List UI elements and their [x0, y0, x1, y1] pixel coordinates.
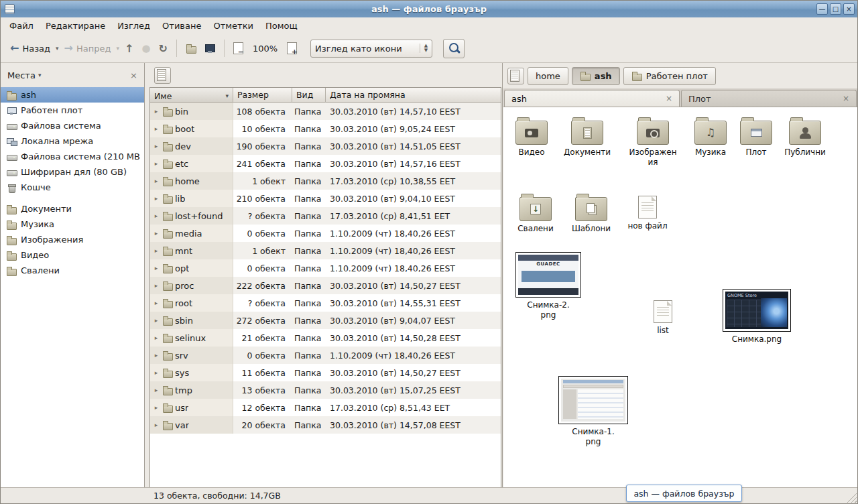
table-row[interactable]: ▸ media 0 обекта Папка 1.10.2009 (чт) 18…: [150, 225, 501, 242]
home-button[interactable]: [182, 40, 200, 56]
up-button[interactable]: ↑: [121, 40, 137, 58]
tab-desktop[interactable]: Плот ×: [681, 90, 857, 107]
sidebar-item[interactable]: ash: [1, 87, 144, 103]
folder-desktop[interactable]: Плот: [728, 117, 784, 158]
menu-edit[interactable]: Редактиране: [40, 19, 111, 33]
file-photo2[interactable]: GUADEC Снимка-2. png: [511, 252, 585, 320]
path-root-button[interactable]: [507, 68, 524, 84]
back-button[interactable]: ← Назад: [6, 40, 54, 57]
expander-icon[interactable]: ▸: [152, 317, 160, 324]
zoom-in-button[interactable]: +: [283, 40, 301, 57]
sidebar-item[interactable]: Музика: [1, 216, 144, 232]
menu-bookmarks[interactable]: Отметки: [207, 19, 259, 33]
column-header-size[interactable]: Размер: [233, 88, 292, 103]
location-toggle-button[interactable]: [154, 67, 171, 84]
expander-icon[interactable]: ▸: [152, 125, 160, 132]
stop-button[interactable]: ●: [137, 40, 154, 57]
menu-help[interactable]: Помощ: [259, 19, 304, 33]
expander-icon[interactable]: ▸: [152, 195, 160, 202]
expander-icon[interactable]: ▸: [152, 178, 160, 184]
file-photo[interactable]: GNOME Store Снимка.png: [720, 289, 794, 344]
file-photo1[interactable]: Снимка-1. png: [556, 376, 630, 447]
folder-templates[interactable]: Шаблони: [563, 193, 619, 234]
computer-button[interactable]: [200, 40, 219, 56]
table-row[interactable]: ▸ mnt 1 обект Папка 1.10.2009 (чт) 18,40…: [150, 242, 501, 259]
folder-video[interactable]: Видео: [503, 117, 560, 158]
window-list-tooltip[interactable]: ash — файлов браузър: [626, 485, 742, 502]
folder-downloads[interactable]: ↓ Свалени: [507, 193, 564, 234]
expander-icon[interactable]: ▸: [152, 387, 160, 393]
folder-public[interactable]: Публични: [777, 117, 833, 158]
back-dropdown[interactable]: ▾: [54, 42, 60, 55]
minimize-button[interactable]: —: [816, 3, 828, 15]
table-row[interactable]: ▸ root ? обекта Папка 30.03.2010 (вт) 14…: [150, 294, 501, 312]
breadcrumb-desktop[interactable]: Работен плот: [623, 67, 716, 85]
menu-view[interactable]: Изглед: [111, 19, 156, 33]
folder-pictures[interactable]: Изображен ия: [625, 117, 681, 168]
table-row[interactable]: ▸ srv 0 обекта Папка 1.10.2009 (чт) 18,4…: [150, 346, 501, 364]
reload-button[interactable]: ↻: [154, 40, 171, 58]
sidebar-item[interactable]: Файлова система: [1, 118, 144, 133]
table-row[interactable]: ▸ lib 210 обекта Папка 30.03.2010 (вт) 9…: [150, 190, 501, 207]
expander-icon[interactable]: ▸: [152, 422, 160, 428]
expander-icon[interactable]: ▸: [152, 369, 160, 376]
column-header-name[interactable]: Име ▾: [150, 88, 233, 103]
expander-icon[interactable]: ▸: [152, 108, 160, 115]
resize-grip[interactable]: [847, 493, 857, 503]
folder-documents[interactable]: Документи: [559, 117, 615, 158]
maximize-button[interactable]: □: [830, 3, 841, 15]
column-header-kind[interactable]: Вид: [292, 88, 326, 103]
sidebar-item[interactable]: Работен плот: [1, 103, 144, 118]
expander-icon[interactable]: ▸: [152, 247, 160, 254]
expander-icon[interactable]: ▸: [152, 160, 160, 167]
table-row[interactable]: ▸ tmp 13 обекта Папка 30.03.2010 (вт) 15…: [150, 381, 501, 399]
table-row[interactable]: ▸ lost+found ? обекта Папка 17.03.2010 (…: [150, 207, 501, 225]
expander-icon[interactable]: ▸: [152, 265, 160, 271]
titlebar[interactable]: ash — файлов браузър — □ ×: [1, 1, 857, 17]
expander-icon[interactable]: ▸: [152, 230, 160, 237]
sidebar-item[interactable]: Документи: [1, 201, 144, 216]
zoom-out-button[interactable]: −: [229, 40, 247, 57]
expander-icon[interactable]: ▸: [152, 404, 160, 411]
sidebar-item[interactable]: Изображения: [1, 232, 144, 247]
tab-close-icon[interactable]: ×: [666, 94, 672, 103]
table-row[interactable]: ▸ dev 190 обекта Папка 30.03.2010 (вт) 1…: [150, 137, 501, 155]
tab-close-icon[interactable]: ×: [843, 94, 849, 103]
close-button[interactable]: ×: [843, 3, 855, 15]
view-mode-select[interactable]: Изглед като икони ▲▼: [310, 40, 432, 58]
table-row[interactable]: ▸ home 1 обект Папка 17.03.2010 (ср) 10,…: [150, 172, 501, 190]
expander-icon[interactable]: ▸: [152, 352, 160, 359]
file-new-file[interactable]: нов файл: [619, 193, 676, 231]
table-row[interactable]: ▸ opt 0 обекта Папка 1.10.2009 (чт) 18,4…: [150, 259, 501, 277]
table-row[interactable]: ▸ proc 222 обекта Папка 30.03.2010 (вт) …: [150, 277, 501, 294]
sidebar-close-icon[interactable]: ×: [130, 70, 137, 80]
expander-icon[interactable]: ▸: [152, 282, 160, 289]
chevron-down-icon[interactable]: ▾: [38, 72, 42, 78]
expander-icon[interactable]: ▸: [152, 143, 160, 149]
sidebar-item[interactable]: Шифриран дял (80 GB): [1, 164, 144, 180]
sidebar-item[interactable]: Локална мрежа: [1, 133, 144, 149]
table-row[interactable]: ▸ sbin 272 обекта Папка 30.03.2010 (вт) …: [150, 312, 501, 329]
expander-icon[interactable]: ▸: [152, 212, 160, 219]
table-row[interactable]: ▸ sys 11 обекта Папка 30.03.2010 (вт) 14…: [150, 364, 501, 381]
menu-go[interactable]: Отиване: [156, 19, 207, 33]
forward-dropdown[interactable]: ▾: [115, 42, 121, 55]
menu-file[interactable]: Файл: [3, 19, 40, 33]
file-list[interactable]: list: [635, 298, 691, 336]
sidebar-item[interactable]: Файлова система (210 MB): [1, 149, 144, 164]
table-row[interactable]: ▸ selinux 21 обекта Папка 30.03.2010 (вт…: [150, 329, 501, 346]
sidebar-item[interactable]: Кошче: [1, 180, 144, 195]
sidebar-item[interactable]: Свалени: [1, 263, 144, 278]
icon-view[interactable]: Видео Документи Изображен ия ♫ Музика Пл…: [503, 107, 857, 487]
tab-ash[interactable]: ash ×: [504, 90, 680, 107]
sidebar-item[interactable]: Видео: [1, 247, 144, 263]
breadcrumb-ash[interactable]: ash: [572, 67, 620, 85]
table-row[interactable]: ▸ bin 108 обекта Папка 30.03.2010 (вт) 1…: [150, 103, 501, 120]
forward-button[interactable]: → Напред: [60, 40, 115, 57]
column-header-date[interactable]: Дата на промяна: [326, 88, 501, 103]
search-button[interactable]: [443, 39, 465, 58]
expander-icon[interactable]: ▸: [152, 300, 160, 306]
expander-icon[interactable]: ▸: [152, 334, 160, 341]
table-row[interactable]: ▸ boot 10 обекта Папка 30.03.2010 (вт) 9…: [150, 120, 501, 137]
breadcrumb-home[interactable]: home: [528, 67, 568, 85]
